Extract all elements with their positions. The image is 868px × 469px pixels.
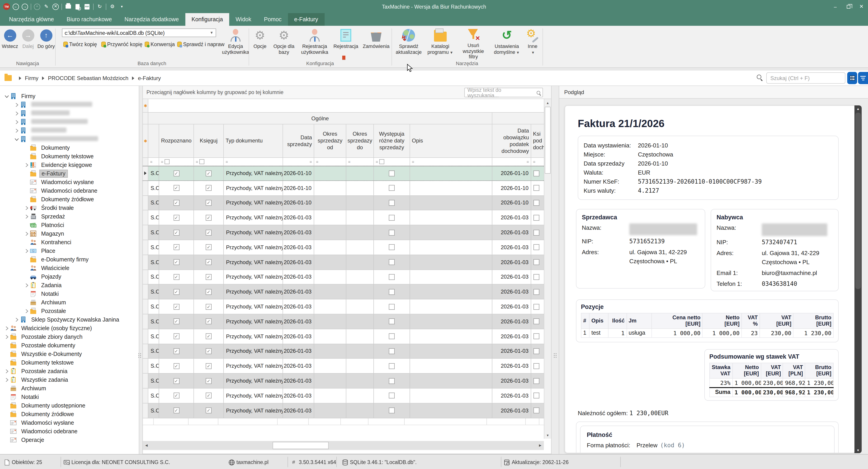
checkbox-checked[interactable]: ✓ (174, 215, 179, 221)
user-registration-button[interactable]: Rejestracja użytkownika (298, 27, 331, 60)
column-header-typ[interactable]: Typ dokumentu (224, 124, 283, 158)
filter-cell-okres_do[interactable]: = (346, 158, 374, 166)
tree-item-pozostałe-dokumenty[interactable]: Pozostałe dokumenty (0, 341, 139, 350)
grid-row[interactable]: S.C.✓✓Przychody, VAT należny2026-01-0320… (143, 344, 545, 359)
tree-item-dokumenty-tekstowe[interactable]: Dokumenty tekstowe (0, 152, 139, 160)
tree-item-wiadomości-odebrane[interactable]: Wiadomości odebrane (0, 427, 139, 436)
tree-item-archiwum[interactable]: Archiwum (0, 298, 139, 306)
tree-item-wiadomości-wysłane[interactable]: Wiadomości wysłane (0, 418, 139, 427)
column-header-data[interactable]: Data sprzedaży (283, 124, 314, 158)
tab-konfiguracja[interactable]: Konfiguracja (185, 13, 229, 26)
scroll-down-icon[interactable]: ▼ (855, 447, 862, 453)
tree-item-pozostałe-zbiory-danych[interactable]: Pozostałe zbiory danych (0, 332, 139, 341)
checkbox-checked[interactable]: ✓ (206, 319, 212, 324)
tree-item-e-faktury[interactable]: e-Faktury (0, 169, 139, 178)
tab-narz-dzia-g-wne[interactable]: Narzędzia główne (3, 13, 60, 26)
checkbox-checked[interactable]: ✓ (206, 393, 212, 399)
grid-group-panel[interactable]: Przeciągnij nagłówek kolumny by grupować… (143, 86, 551, 99)
checkbox-checked[interactable]: ✓ (206, 274, 212, 280)
checkbox-checked[interactable]: ✓ (174, 348, 179, 354)
tree-item-operacje[interactable]: Operacje (0, 436, 139, 444)
checkbox-unchecked[interactable] (389, 259, 395, 265)
chevron-right-icon[interactable] (24, 282, 30, 288)
checkbox-checked[interactable]: ✓ (174, 408, 179, 413)
tree-item-wszystkie-zadania[interactable]: Wszystkie zadania (0, 375, 139, 384)
checkbox-unchecked[interactable] (389, 215, 395, 221)
checkbox-unchecked[interactable] (389, 348, 395, 354)
tree-item-magazyn[interactable]: Magazyn (0, 229, 139, 238)
grid-search-input[interactable]: Wpisz tekst do wyszukania... (464, 88, 543, 97)
checkbox-checked[interactable]: ✓ (206, 215, 212, 221)
program-folders-button[interactable]: Katalogi programu▼ (426, 27, 455, 60)
checkbox-unchecked[interactable] (389, 378, 395, 384)
checkbox-checked[interactable]: ✓ (174, 363, 179, 369)
column-header-rozne[interactable]: Występuja różne daty sprzedaży (374, 124, 410, 158)
other-button[interactable]: ⚙ Inne▼ (523, 27, 542, 60)
db-check-repair-button[interactable]: Sprawdź i napraw (177, 40, 224, 49)
preview-splitter[interactable] (553, 350, 557, 361)
tree-item-notatki[interactable]: Notatki (0, 392, 139, 401)
breadcrumb-item[interactable]: e-Faktury (138, 75, 161, 81)
scrollbar-thumb[interactable] (545, 107, 551, 174)
quick-access-dropdown-icon[interactable]: ▼ (119, 3, 125, 10)
chevron-right-icon[interactable] (13, 127, 20, 134)
tree-item-właściciele-osoby-fizyczne-[interactable]: Właściciele (osoby fizyczne) (0, 324, 139, 332)
tree-item-redacted[interactable] (0, 118, 139, 126)
tree-item-zadania[interactable]: Zadania (0, 281, 139, 289)
breadcrumb-item[interactable]: Firmy (25, 75, 38, 81)
filter-cell-rozpoznano[interactable]: = (159, 158, 194, 166)
options-button[interactable]: ⚙Opcje (250, 27, 270, 60)
check-updates-button[interactable]: ↯Sprawdź aktualizacje (394, 27, 423, 60)
filter-cell-sc[interactable]: = (148, 158, 159, 166)
checkbox-checked[interactable]: ✓ (174, 393, 179, 399)
grid-row[interactable]: S.C.✓✓Przychody, VAT należny2026-01-0320… (143, 240, 545, 255)
tree-item-wiadomości-odebrane[interactable]: Wiadomości odebrane (0, 186, 139, 195)
chevron-right-icon[interactable] (4, 377, 10, 383)
checkbox-checked[interactable]: ✓ (174, 333, 179, 339)
filter-cell-okres_od[interactable]: = (314, 158, 346, 166)
edit-icon[interactable]: ✎ (43, 3, 50, 10)
tree-item-redacted[interactable] (0, 135, 139, 143)
checkbox-unchecked[interactable] (389, 319, 395, 324)
checkbox-unchecked[interactable] (389, 244, 395, 250)
print-preview-icon[interactable] (74, 3, 81, 10)
tree-item-pozostałe[interactable]: Pozostałe (0, 306, 139, 315)
tree-item-dokumenty[interactable]: Dokumenty (0, 143, 139, 152)
chevron-right-icon[interactable] (13, 119, 20, 125)
chevron-right-icon[interactable] (4, 333, 10, 340)
settings-icon[interactable]: ⚙ (109, 3, 116, 10)
checkbox-checked[interactable]: ✓ (206, 185, 212, 191)
column-header-opis[interactable]: Opis (410, 124, 492, 158)
checkbox-checked[interactable]: ✓ (174, 244, 179, 250)
tree-item-wiadomości-wysłane[interactable]: Wiadomości wysłane (0, 178, 139, 186)
tab-e-faktury[interactable]: e-Faktury (288, 13, 324, 26)
chevron-right-icon[interactable] (24, 205, 30, 211)
grid-row[interactable]: S.C.✓✓Przychody, VAT należny2026-01-1020… (143, 166, 545, 181)
tree-item-redacted[interactable] (0, 126, 139, 135)
tree-item-płace[interactable]: 5Płace (0, 246, 139, 255)
tree-item-ewidencje-księgowe[interactable]: Ewidencje księgowe (0, 160, 139, 169)
filter-cell-ksieg[interactable]: = (531, 158, 545, 166)
app-logo-icon[interactable]: TM (3, 3, 10, 10)
forward-icon[interactable]: → (22, 3, 28, 10)
chevron-right-icon[interactable] (24, 230, 30, 237)
breadcrumb-folder-icon[interactable] (4, 75, 12, 81)
chevron-right-icon[interactable] (24, 247, 30, 254)
chevron-down-icon[interactable] (4, 93, 10, 99)
column-header-okres_od[interactable]: Okres sprzedazy od (314, 124, 346, 158)
checkbox-checked[interactable]: ✓ (174, 200, 179, 206)
tree-item-dokumenty-źródłowe[interactable]: Dokumenty źródłowe (0, 410, 139, 418)
checkbox-unchecked[interactable] (389, 363, 395, 369)
tree-item-wszystkie-e-dokumenty[interactable]: Wszystkie e-Dokumenty (0, 350, 139, 358)
tree-item-pojazdy[interactable]: Pojazdy (0, 272, 139, 281)
options-for-db-button[interactable]: ⚙Opcje dla bazy (271, 27, 297, 60)
grid-row[interactable]: S.C.✓✓Przychody, VAT należny2026-01-1020… (143, 181, 545, 196)
grid-row[interactable]: S.C.✓✓Przychody, VAT należny2026-01-0320… (143, 225, 545, 240)
chevron-right-icon[interactable] (4, 368, 10, 374)
scrollbar-thumb[interactable] (855, 113, 861, 289)
grid-new-row-band[interactable] (148, 99, 545, 113)
tree-item-e-dokumenty-firmy[interactable]: e-Dokumenty firmy (0, 255, 139, 264)
checkbox-checked[interactable]: ✓ (206, 333, 212, 339)
grid-row[interactable]: S.C.✓✓Przychody, VAT należny2026-01-0320… (143, 210, 545, 226)
column-header-data_ob[interactable]: Data obowiązku podatek dochodowy (492, 124, 531, 158)
